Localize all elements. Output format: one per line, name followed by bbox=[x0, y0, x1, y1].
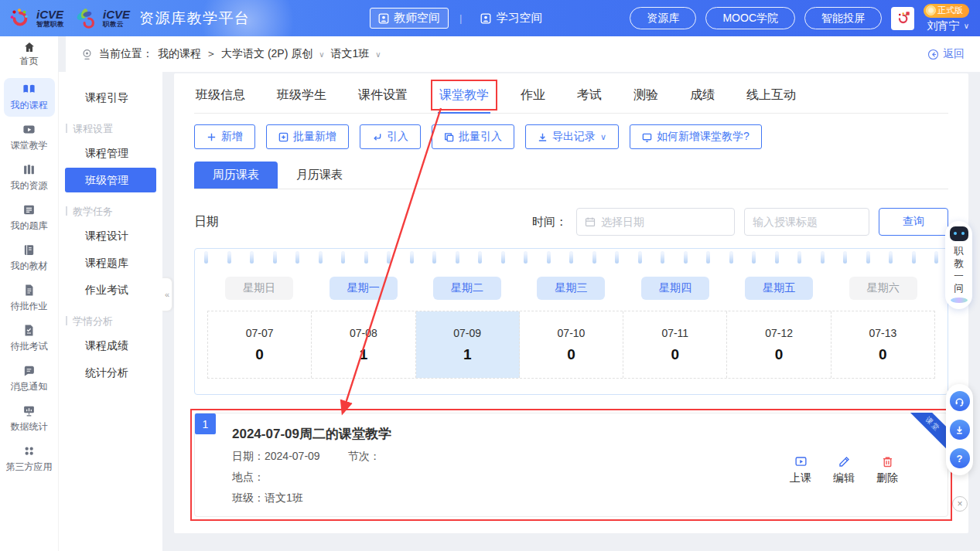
how-to-add-help-button[interactable]: 如何新增课堂教学? bbox=[630, 124, 762, 149]
back-button[interactable]: 返回 bbox=[927, 47, 965, 61]
edit-button[interactable]: 编辑 bbox=[833, 455, 855, 485]
binder-hook-icon bbox=[934, 251, 938, 264]
weekday-saturday[interactable]: 星期六 bbox=[831, 277, 935, 300]
class-chevron-down-icon[interactable]: ∨ bbox=[375, 50, 381, 59]
week-calendar: 星期日 星期一 星期二 星期三 星期四 星期五 星期六 07-070 07-08… bbox=[194, 248, 948, 395]
ai-assistant-widget[interactable]: 职教一问 bbox=[945, 221, 972, 309]
breadcrumb-course[interactable]: 大学语文 (2P) 原创 bbox=[221, 47, 312, 61]
class-value: 语文1班 bbox=[265, 491, 303, 504]
date-label: 日期： bbox=[232, 450, 265, 462]
lesson-title-input[interactable] bbox=[753, 216, 861, 228]
submenu-item-course-guide[interactable]: 课程引导 bbox=[65, 85, 156, 110]
user-menu[interactable]: 刘宵宁 ∨ bbox=[927, 19, 969, 33]
tab-quiz[interactable]: 测验 bbox=[632, 83, 660, 113]
date-cell-07-08[interactable]: 07-081 bbox=[312, 311, 415, 378]
binder-hook-icon bbox=[843, 251, 847, 264]
nav-learning-space[interactable]: 学习空间 bbox=[473, 9, 550, 28]
date-picker-input[interactable] bbox=[601, 216, 726, 228]
weekday-monday[interactable]: 星期一 bbox=[311, 277, 415, 300]
batch-import-button[interactable]: 批量引入 bbox=[432, 124, 514, 149]
course-chevron-down-icon[interactable]: ∨ bbox=[319, 50, 324, 59]
weekday-thursday[interactable]: 星期四 bbox=[623, 277, 727, 300]
tab-exam[interactable]: 考试 bbox=[575, 83, 603, 113]
close-floating-toolbar-icon[interactable]: × bbox=[952, 496, 968, 512]
sidebar-item-my-question-bank[interactable]: 我的题库 bbox=[4, 199, 55, 237]
download-button[interactable] bbox=[950, 420, 970, 440]
date-cell-07-09-selected[interactable]: 07-091 bbox=[416, 311, 520, 378]
tab-class-info[interactable]: 班级信息 bbox=[194, 83, 247, 113]
breadcrumb-class[interactable]: 语文1班 bbox=[331, 47, 370, 61]
tab-grades[interactable]: 成绩 bbox=[688, 83, 716, 113]
weekday-wednesday[interactable]: 星期三 bbox=[519, 277, 623, 300]
date-picker-field[interactable] bbox=[576, 208, 735, 236]
avatar[interactable] bbox=[891, 7, 914, 30]
tab-classroom-teaching[interactable]: 课堂教学 bbox=[438, 83, 490, 113]
session-title: 2024-07-09周二的课堂教学 bbox=[232, 425, 924, 443]
smart-cast-button[interactable]: 智能投屏 bbox=[804, 7, 882, 29]
weekday-tuesday[interactable]: 星期二 bbox=[415, 277, 519, 300]
button-label: 新增 bbox=[221, 130, 243, 144]
date-cell-07-07[interactable]: 07-070 bbox=[208, 311, 312, 378]
add-button[interactable]: 新增 bbox=[194, 124, 255, 149]
tab-online-interaction[interactable]: 线上互动 bbox=[745, 83, 797, 113]
sidebar-item-messages[interactable]: 消息通知 bbox=[4, 359, 55, 398]
customer-service-button[interactable] bbox=[950, 391, 970, 411]
export-records-button[interactable]: 导出记录 ∨ bbox=[525, 124, 619, 149]
sidebar-item-classroom-teaching[interactable]: 课堂教学 bbox=[4, 118, 55, 157]
date-cell-07-11[interactable]: 07-110 bbox=[623, 311, 727, 378]
sidebar-item-home[interactable]: 首页 bbox=[0, 36, 58, 72]
submenu-item-homework-exam[interactable]: 作业考试 bbox=[65, 277, 156, 302]
date-cell-07-12[interactable]: 07-120 bbox=[727, 311, 831, 378]
download-icon bbox=[954, 425, 965, 435]
submenu-item-course-design[interactable]: 课程设计 bbox=[65, 223, 156, 248]
back-arrow-icon bbox=[927, 49, 939, 60]
breadcrumb-my-courses[interactable]: 我的课程 bbox=[158, 47, 201, 61]
teacher-space-icon bbox=[378, 13, 389, 24]
date-cell-07-10[interactable]: 07-100 bbox=[520, 311, 623, 378]
search-button[interactable]: 查询 bbox=[879, 208, 948, 236]
submenu-collapse-toggle[interactable]: « bbox=[162, 277, 172, 311]
tab-week-schedule[interactable]: 周历课表 bbox=[194, 162, 278, 189]
tab-homework[interactable]: 作业 bbox=[519, 83, 547, 113]
submenu-item-course-grades[interactable]: 课程成绩 bbox=[65, 333, 156, 358]
resource-library-button[interactable]: 资源库 bbox=[630, 7, 696, 29]
start-class-button[interactable]: 上课 bbox=[790, 455, 811, 485]
delete-button[interactable]: 删除 bbox=[876, 455, 898, 485]
submenu-item-course-question-bank[interactable]: 课程题库 bbox=[65, 250, 156, 275]
submenu-item-course-management[interactable]: 课程管理 bbox=[65, 141, 156, 165]
mooc-college-button[interactable]: MOOC学院 bbox=[705, 7, 795, 29]
date-cell-07-13[interactable]: 07-130 bbox=[831, 311, 934, 378]
user-name: 刘宵宁 bbox=[927, 19, 960, 33]
export-download-icon bbox=[538, 132, 548, 142]
binder-hook-icon bbox=[615, 251, 619, 264]
sidebar-item-third-party-apps[interactable]: 第三方应用 bbox=[4, 440, 55, 478]
body: 我的课程 课堂教学 我的资源 我的题库 我的教材 待批作业 bbox=[0, 72, 980, 551]
binder-hook-icon bbox=[592, 251, 596, 264]
sidebar-item-pending-homework[interactable]: 待批作业 bbox=[4, 279, 55, 318]
batch-add-button[interactable]: 批量新增 bbox=[266, 124, 349, 149]
sidebar-item-my-courses[interactable]: 我的课程 bbox=[4, 78, 55, 117]
lesson-title-field[interactable] bbox=[744, 208, 869, 236]
weekday-friday[interactable]: 星期五 bbox=[727, 277, 831, 300]
tab-label: 班级学生 bbox=[277, 88, 326, 101]
submenu-item-statistical-analysis[interactable]: 统计分析 bbox=[65, 360, 156, 385]
cell-count: 0 bbox=[775, 346, 784, 363]
tab-class-students[interactable]: 班级学生 bbox=[275, 83, 328, 113]
binder-hook-icon bbox=[912, 251, 916, 264]
course-submenu: 课程引导 课程设置 课程管理 班级管理 教学任务 课程设计 课程题库 作业考试 … bbox=[58, 72, 162, 551]
sidebar-item-statistics[interactable]: 数据统计 bbox=[4, 400, 55, 438]
nav-teacher-space[interactable]: 教师空间 bbox=[370, 8, 449, 29]
session-class: 班级：语文1班 bbox=[232, 491, 303, 505]
weekday-sunday[interactable]: 星期日 bbox=[207, 277, 311, 300]
binder-hook-icon bbox=[478, 251, 482, 264]
sidebar-item-pending-exams[interactable]: 待批考试 bbox=[4, 319, 55, 358]
sidebar-item-my-resources[interactable]: 我的资源 bbox=[4, 158, 55, 197]
import-button[interactable]: 引入 bbox=[360, 124, 421, 149]
sidebar-item-my-textbooks[interactable]: 我的教材 bbox=[4, 239, 55, 277]
tab-courseware-settings[interactable]: 课件设置 bbox=[357, 83, 409, 113]
submenu-item-class-management[interactable]: 班级管理 bbox=[65, 168, 156, 192]
tab-month-schedule[interactable]: 月历课表 bbox=[278, 162, 361, 189]
robot-icon bbox=[950, 226, 968, 241]
help-button[interactable]: ? bbox=[950, 448, 970, 468]
weekday-row: 星期日 星期一 星期二 星期三 星期四 星期五 星期六 bbox=[207, 277, 935, 300]
